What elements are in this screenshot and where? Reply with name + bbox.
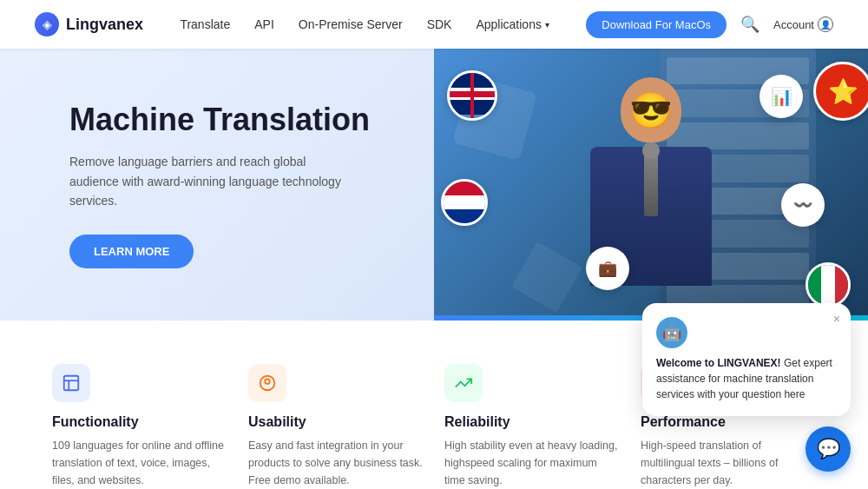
person-figure: 😎 <box>556 77 746 320</box>
navbar: Lingvanex Translate API On-Premise Serve… <box>0 0 868 49</box>
chat-bold-text: Welcome to LINGVANEX! <box>656 357 781 369</box>
account-button[interactable]: Account 👤 <box>773 17 833 32</box>
nav-applications[interactable]: Applications <box>476 17 549 31</box>
feature-icon-usability <box>248 364 286 402</box>
nav-api[interactable]: API <box>254 17 274 31</box>
account-icon: 👤 <box>818 17 833 32</box>
feature-desc-reliability: High stability even at heavy loading, hi… <box>444 437 620 489</box>
feature-title-reliability: Reliability <box>444 414 620 430</box>
search-icon[interactable]: 🔍 <box>740 15 760 34</box>
feature-title-functionality: Functionality <box>52 414 227 430</box>
wave-badge: 〰️ <box>781 183 825 227</box>
feature-desc-usability: Easy and fast integration in your produc… <box>248 437 424 489</box>
hero-subtitle: Remove language barriers and reach globa… <box>69 152 347 210</box>
feature-title-usability: Usability <box>248 414 424 430</box>
hero-section: Machine Translation Remove language barr… <box>0 49 868 320</box>
hero-image: 😎 <box>434 49 868 320</box>
chat-avatar: 🤖 <box>656 317 687 348</box>
person-head: 😎 <box>621 77 681 142</box>
svg-point-4 <box>265 380 270 385</box>
feature-icon-reliability <box>444 364 483 402</box>
account-label: Account <box>773 18 814 31</box>
chat-bubble-text: Welcome to LINGVANEX! Get expert assista… <box>656 355 837 402</box>
feature-usability: Usability Easy and fast integration in y… <box>248 364 424 489</box>
logo-text: Lingvanex <box>66 16 143 34</box>
flag-nl <box>441 179 488 226</box>
chart-badge: 📊 <box>760 75 803 118</box>
nav-links: Translate API On-Premise Server SDK Appl… <box>180 17 549 31</box>
hero-visual: 😎 <box>434 49 868 320</box>
nav-onpremise[interactable]: On-Premise Server <box>299 17 403 31</box>
download-button[interactable]: Download For MacOs <box>586 11 727 38</box>
learn-more-button[interactable]: LEARN MORE <box>69 235 194 268</box>
nav-translate[interactable]: Translate <box>180 17 230 31</box>
hero-title: Machine Translation <box>69 101 382 138</box>
flag-uk <box>447 70 497 121</box>
feature-functionality: Functionality 109 languages for online a… <box>52 364 227 489</box>
feature-desc-functionality: 109 languages for online and offline tra… <box>52 437 227 489</box>
feature-icon-functionality <box>52 364 90 402</box>
chat-widget: × 🤖 Welcome to LINGVANEX! Get expert ass… <box>642 303 851 472</box>
flag-cn: ⭐ <box>813 62 868 121</box>
nav-actions: Download For MacOs 🔍 Account 👤 <box>586 11 833 38</box>
logo[interactable]: Lingvanex <box>35 12 143 36</box>
svg-rect-0 <box>64 376 79 391</box>
chat-open-button[interactable]: 💬 <box>806 426 851 472</box>
hero-content: Machine Translation Remove language barr… <box>0 49 434 320</box>
flag-it <box>806 262 851 307</box>
nav-sdk[interactable]: SDK <box>427 17 452 31</box>
chat-bubble: × 🤖 Welcome to LINGVANEX! Get expert ass… <box>642 303 851 416</box>
chat-close-button[interactable]: × <box>833 312 840 326</box>
feature-reliability: Reliability High stability even at heavy… <box>444 364 620 489</box>
logo-icon <box>35 12 59 36</box>
